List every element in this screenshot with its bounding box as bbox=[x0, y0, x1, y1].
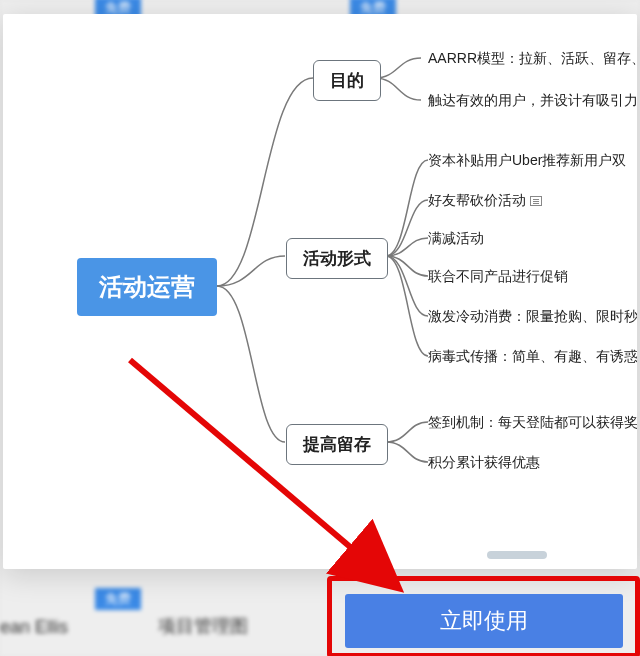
mindmap-child-node: 提高留存 bbox=[286, 424, 388, 465]
mindmap-root-node: 活动运营 bbox=[77, 258, 217, 316]
template-preview-modal: 活动运营 目的 AARRR模型：拉新、活跃、留存、收入 触达有效的用户，并设计有… bbox=[3, 14, 637, 569]
mindmap-leaf: 签到机制：每天登陆都可以获得奖 bbox=[428, 414, 637, 432]
note-icon bbox=[530, 196, 542, 206]
mindmap-leaf: 积分累计获得优惠 bbox=[428, 454, 540, 472]
mindmap-leaf: 满减活动 bbox=[428, 230, 484, 248]
tag-free: 免费 bbox=[95, 588, 141, 610]
mindmap-leaf: 资本补贴用户Uber推荐新用户双 bbox=[428, 152, 626, 170]
use-now-button[interactable]: 立即使用 bbox=[345, 594, 623, 648]
mindmap-leaf: 联合不同产品进行促销 bbox=[428, 268, 568, 286]
mindmap-leaf: 激发冷动消费：限量抢购、限时秒 bbox=[428, 308, 637, 326]
mindmap-leaf: 好友帮砍价活动 bbox=[428, 192, 542, 210]
mindmap-child-node: 活动形式 bbox=[286, 238, 388, 279]
bg-template-title-left: ean Ellis bbox=[0, 617, 68, 638]
bg-template-title-center: 项目管理图 bbox=[158, 614, 248, 638]
mindmap-leaf: 病毒式传播：简单、有趣、有诱惑 bbox=[428, 348, 637, 366]
mindmap-child-node: 目的 bbox=[313, 60, 381, 101]
mindmap-diagram: 活动运营 目的 AARRR模型：拉新、活跃、留存、收入 触达有效的用户，并设计有… bbox=[3, 14, 637, 569]
mindmap-leaf: AARRR模型：拉新、活跃、留存、收入 bbox=[428, 50, 637, 68]
carousel-indicator bbox=[487, 551, 547, 559]
mindmap-leaf: 触达有效的用户，并设计有吸引力的转 bbox=[428, 92, 637, 110]
